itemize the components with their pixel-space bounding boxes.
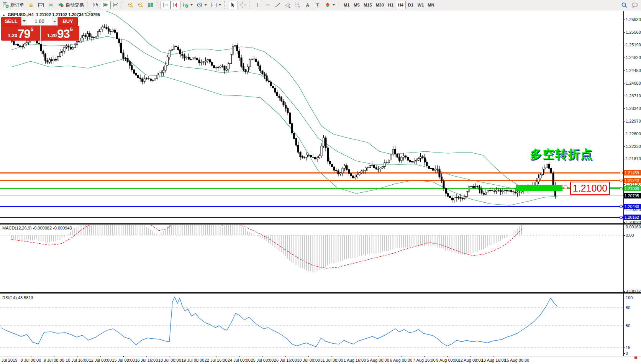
price-tick-label: 1.25190 xyxy=(626,43,641,47)
text-label-icon: T xyxy=(315,2,321,8)
volume-input[interactable] xyxy=(27,17,52,26)
toolbar-separator xyxy=(157,1,159,9)
chart-shift-button[interactable] xyxy=(170,1,180,9)
volume-increase-button[interactable] xyxy=(52,17,58,26)
toolbar-separator xyxy=(249,1,252,9)
timeframe-D1[interactable]: D1 xyxy=(406,1,416,9)
sell-button[interactable]: SELL xyxy=(1,17,21,26)
ask-big-digits: 93 xyxy=(57,28,69,40)
horizontal-line-icon xyxy=(265,2,271,8)
time-tick-label: 15 Jul 08:00 xyxy=(112,358,135,362)
rsi-label: RSI(14) 48.5813 xyxy=(2,295,33,300)
zoom-in-icon xyxy=(128,2,134,8)
market-watch-button[interactable] xyxy=(26,1,36,9)
chart-area[interactable]: ▲ GBPUSD-,H4 1.21102 1.21102 1.20734 1.2… xyxy=(0,11,641,364)
timeframe-H1[interactable]: H1 xyxy=(386,1,396,9)
price-tick-label: 50 xyxy=(626,323,630,328)
auto-scroll-button[interactable] xyxy=(161,1,170,9)
text-label-button[interactable]: T xyxy=(313,1,323,9)
chart-window-button[interactable] xyxy=(36,1,46,9)
equidistant-channel-button[interactable]: E xyxy=(283,1,293,9)
svg-text:T: T xyxy=(316,3,319,7)
price-tick-label: 1.22600 xyxy=(626,131,641,136)
time-tick-label: 7 Aug 16:00 xyxy=(413,358,436,362)
vertical-line-button[interactable] xyxy=(253,1,263,9)
one-click-trade-panel: SELL BUY 1.20 79 5 1.20 93 xyxy=(1,17,79,41)
text-a-icon: A xyxy=(305,2,311,8)
cursor-button[interactable] xyxy=(228,1,238,9)
periods-button[interactable] xyxy=(195,1,209,9)
ask-price[interactable]: 1.20 93 6 xyxy=(41,26,79,41)
time-tick-label: 12 Aug 08:00 xyxy=(458,358,483,362)
bar-chart-button[interactable] xyxy=(91,1,101,9)
timeframe-MN[interactable]: MN xyxy=(426,1,436,9)
candlestick-chart-button[interactable] xyxy=(101,1,111,9)
time-tick-label: 10 Jul 16:00 xyxy=(66,358,89,362)
new-order-button[interactable]: 新订单 xyxy=(1,1,26,9)
symbol-ohlc: 1.21102 1.21102 1.20734 1.20795 xyxy=(36,12,100,17)
volume-decrease-button[interactable] xyxy=(21,17,27,26)
zoom-in-button[interactable] xyxy=(126,1,136,9)
price-tick-label: 100 xyxy=(626,295,633,300)
zoom-out-icon xyxy=(138,2,144,8)
chart-canvas[interactable] xyxy=(0,11,641,364)
chat-bubble-icon xyxy=(631,2,638,8)
search-icon xyxy=(621,2,628,8)
mt4-window: 新订单 自动交易 xyxy=(0,0,641,364)
price-tick-label: 1.24080 xyxy=(626,81,641,85)
buy-button[interactable]: BUY xyxy=(58,17,78,26)
trendline-button[interactable] xyxy=(273,1,283,9)
autotrading-label: 自动交易 xyxy=(66,2,84,8)
templates-button[interactable] xyxy=(209,1,223,9)
svg-text:E: E xyxy=(289,5,290,8)
collapse-arrow-icon: ▲ xyxy=(2,13,5,17)
autotrading-button[interactable]: 自动交易 xyxy=(56,1,86,9)
indicators-button[interactable] xyxy=(180,1,195,9)
timeframe-W1[interactable]: W1 xyxy=(416,1,426,9)
price-line-label: 1.21000 xyxy=(624,186,641,191)
price-callout-label[interactable]: 1.21000 xyxy=(570,182,610,195)
price-tick-label: 1.24450 xyxy=(626,68,641,73)
price-tick-label: -0.008522 xyxy=(626,289,641,293)
arrows-icon xyxy=(325,2,331,8)
price-tick-label: 0 xyxy=(626,351,628,356)
toolbar: 新订单 自动交易 xyxy=(0,0,641,10)
price-tick-label: 1.20020 xyxy=(626,220,641,225)
timeframe-M1[interactable]: M1 xyxy=(342,1,352,9)
text-button[interactable]: A xyxy=(303,1,313,9)
clock-icon xyxy=(197,2,203,8)
search-button[interactable] xyxy=(619,1,630,9)
toolbar-separator xyxy=(87,1,90,9)
bid-price[interactable]: 1.20 79 5 xyxy=(1,26,40,41)
template-icon xyxy=(211,2,217,8)
timeframe-M5[interactable]: M5 xyxy=(352,1,362,9)
price-line-label: 1.20480 xyxy=(624,204,641,209)
time-tick-label: 16 Jul 16:00 xyxy=(135,358,158,362)
time-tick-label: 18 Jul 00:00 xyxy=(158,358,181,362)
price-tick-label: 0.001607 xyxy=(626,225,641,229)
price-line-label: 1.20795 xyxy=(624,193,641,198)
dropdown-caret-icon xyxy=(333,4,335,6)
arrows-button[interactable] xyxy=(323,1,337,9)
turning-point-annotation[interactable]: 多空转折点 xyxy=(530,146,593,162)
price-tick-label: 1.23340 xyxy=(626,106,641,111)
candlestick-chart-icon xyxy=(103,2,109,8)
timeframe-group: M1M5M15M30H1H4D1W1MN xyxy=(342,1,436,9)
dropdown-caret-icon xyxy=(219,4,221,6)
symbol-header: ▲ GBPUSD-,H4 1.21102 1.21102 1.20734 1.2… xyxy=(2,12,100,17)
spinner-down-icon xyxy=(23,20,26,22)
line-chart-button[interactable] xyxy=(111,1,121,9)
timeframe-M30[interactable]: M30 xyxy=(374,1,385,9)
tile-windows-button[interactable] xyxy=(146,1,156,9)
horizontal-line-button[interactable] xyxy=(263,1,273,9)
time-tick-label: 31 Jul 08:00 xyxy=(320,358,343,362)
new-order-label: 新订单 xyxy=(10,2,24,8)
zoom-out-button[interactable] xyxy=(136,1,146,9)
crosshair-button[interactable] xyxy=(238,1,248,9)
fibonacci-button[interactable]: F xyxy=(293,1,303,9)
timeframe-M15[interactable]: M15 xyxy=(362,1,374,9)
chat-button[interactable] xyxy=(630,1,640,9)
timeframe-H4[interactable]: H4 xyxy=(396,1,406,9)
signals-button[interactable] xyxy=(46,1,56,9)
bar-chart-icon xyxy=(93,2,99,8)
